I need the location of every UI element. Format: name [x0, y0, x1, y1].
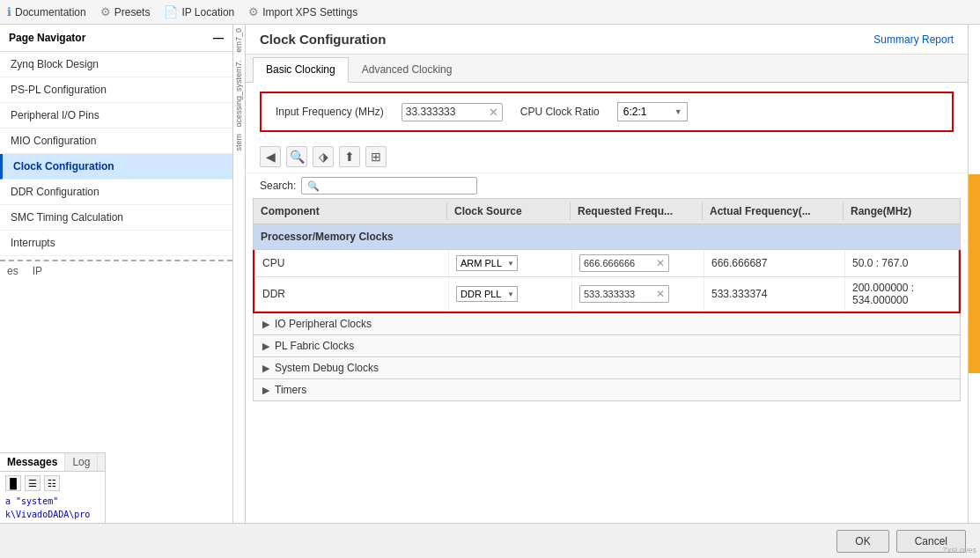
console-tabs: Messages Log: [0, 453, 105, 472]
section-pl-fabric[interactable]: ▶ PL Fabric Clocks: [253, 335, 961, 357]
input-freq-field[interactable]: [406, 106, 485, 118]
back-button[interactable]: ◀: [260, 146, 281, 167]
ddr-clock-source-select[interactable]: DDR PLL ARM PLL: [456, 286, 518, 302]
content-title: Clock Configuration: [260, 32, 386, 47]
ddr-requested-freq-clear[interactable]: ✕: [656, 288, 665, 300]
ddr-requested-freq-wrap: ✕: [579, 285, 669, 303]
toolbar-documentation[interactable]: ℹ Documentation: [7, 5, 86, 18]
system-debug-expand-arrow: ▶: [262, 363, 269, 374]
watermark: ZxsLoves: [942, 546, 976, 554]
console-tab-messages[interactable]: Messages: [0, 453, 65, 471]
table-header: Component Clock Source Requested Frequ..…: [253, 198, 961, 224]
sidebar-bottom: es IP: [0, 260, 232, 281]
search-row: Search: 🔍: [246, 173, 968, 198]
filter-button[interactable]: ⬗: [313, 146, 334, 167]
top-toolbar: ℹ Documentation ⚙ Presets 📄 IP Location …: [0, 0, 980, 25]
io-peripheral-label: IO Peripheral Clocks: [275, 318, 372, 330]
edge-text-stem: stem: [233, 130, 245, 155]
console-tab-log[interactable]: Log: [65, 453, 98, 471]
td-cpu-component: CPU: [255, 250, 449, 276]
right-stripe: [968, 25, 980, 523]
console-icon-pause[interactable]: ▐▌: [5, 475, 21, 491]
sidebar-title: Page Navigator: [9, 32, 85, 44]
section-processor-memory-label: Processor/Memory Clocks: [254, 228, 960, 246]
sidebar-item-smc-label: SMC Timing Calculation: [11, 211, 123, 224]
search-input[interactable]: [323, 180, 464, 192]
console-text-2: k\VivadoDADA\pro: [0, 508, 105, 521]
toolbar-presets-label: Presets: [114, 6, 151, 18]
edge-text-em7: em7_0: [233, 25, 245, 56]
td-cpu-clock-source: ARM PLL DDR PLL: [449, 250, 572, 276]
content-area: Clock Configuration Summary Report Basic…: [246, 25, 968, 523]
ddr-source-select-wrap: DDR PLL ARM PLL: [456, 286, 518, 302]
sidebar-item-ps-pl-label: PS-PL Configuration: [11, 84, 107, 96]
sidebar-item-clock-config[interactable]: Clock Configuration: [0, 154, 232, 180]
tabs-bar: Basic Clocking Advanced Clocking: [246, 55, 968, 83]
tab-basic-clocking-label: Basic Clocking: [266, 63, 335, 76]
bottom-bar: OK Cancel ZxsLoves: [0, 523, 980, 558]
io-peripheral-expand-arrow: ▶: [262, 319, 269, 330]
sidebar-item-zynq-block[interactable]: Zynq Block Design: [0, 52, 232, 77]
tab-basic-clocking[interactable]: Basic Clocking: [253, 57, 349, 83]
pl-fabric-expand-arrow: ▶: [262, 341, 269, 352]
section-timers[interactable]: ▶ Timers: [253, 379, 961, 401]
console-icons: ▐▌ ☰ ☷: [0, 472, 105, 495]
console-icon-list[interactable]: ☰: [25, 475, 41, 491]
icon-toolbar: ◀ 🔍 ⬗ ⬆ ⊞: [246, 141, 968, 173]
input-freq-wrap: ✕: [402, 103, 503, 121]
th-range: Range(MHz): [844, 202, 960, 220]
input-freq-clear-icon[interactable]: ✕: [489, 106, 498, 119]
clock-table: Component Clock Source Requested Frequ..…: [253, 198, 961, 523]
td-cpu-range: 50.0 : 767.0: [845, 250, 958, 276]
layout-button[interactable]: ⊞: [365, 146, 387, 167]
timers-label: Timers: [275, 384, 306, 396]
sidebar-bottom-label-es: es: [7, 265, 18, 277]
system-debug-label: System Debug Clocks: [275, 362, 379, 374]
sidebar-item-mio-label: MIO Configuration: [11, 135, 96, 147]
search-label: Search:: [260, 180, 296, 192]
cpu-requested-freq-wrap: ✕: [579, 254, 669, 272]
cpu-source-select-wrap: ARM PLL DDR PLL: [456, 255, 518, 271]
cpu-requested-freq-input[interactable]: [584, 258, 654, 268]
toolbar-documentation-label: Documentation: [15, 6, 86, 18]
expand-button[interactable]: ⬆: [339, 146, 360, 167]
tab-advanced-clocking[interactable]: Advanced Clocking: [349, 57, 466, 82]
cpu-ratio-select-wrap: 6:2:1 4:2:1 2:2:1: [617, 102, 688, 121]
toolbar-presets[interactable]: ⚙ Presets: [100, 5, 151, 18]
sidebar-item-peripheral-io-label: Peripheral I/O Pins: [11, 109, 99, 121]
sidebar-item-mio[interactable]: MIO Configuration: [0, 128, 232, 154]
input-freq-label: Input Frequency (MHz): [276, 106, 384, 118]
sidebar-item-interrupts[interactable]: Interrupts: [0, 231, 232, 256]
sidebar-header: Page Navigator —: [0, 25, 232, 52]
cpu-ratio-select[interactable]: 6:2:1 4:2:1 2:2:1: [617, 102, 688, 121]
cpu-requested-freq-clear[interactable]: ✕: [656, 257, 665, 269]
toolbar-import-xps[interactable]: ⚙ Import XPS Settings: [248, 5, 357, 18]
main-layout: Page Navigator — Zynq Block Design PS-PL…: [0, 25, 980, 523]
toolbar-ip-location[interactable]: 📄 IP Location: [164, 5, 234, 18]
td-cpu-actual-freq: 666.666687: [704, 250, 845, 276]
sidebar-item-peripheral-io[interactable]: Peripheral I/O Pins: [0, 103, 232, 128]
th-clock-source: Clock Source: [447, 202, 571, 220]
sidebar-item-ps-pl[interactable]: PS-PL Configuration: [0, 77, 232, 103]
sidebar-item-smc[interactable]: SMC Timing Calculation: [0, 205, 232, 231]
td-ddr-actual-freq: 533.333374: [704, 277, 845, 311]
content-header: Clock Configuration Summary Report: [246, 25, 968, 55]
section-system-debug[interactable]: ▶ System Debug Clocks: [253, 357, 961, 379]
summary-report-link[interactable]: Summary Report: [873, 33, 954, 46]
sidebar-item-zynq-block-label: Zynq Block Design: [11, 58, 99, 70]
sidebar-item-ddr[interactable]: DDR Configuration: [0, 180, 232, 205]
search-button[interactable]: 🔍: [286, 146, 307, 167]
sidebar: Page Navigator — Zynq Block Design PS-PL…: [0, 25, 233, 523]
section-io-peripheral[interactable]: ▶ IO Peripheral Clocks: [253, 313, 961, 335]
cpu-clock-source-select[interactable]: ARM PLL DDR PLL: [456, 255, 518, 271]
ok-button[interactable]: OK: [836, 530, 888, 553]
cpu-ratio-label: CPU Clock Ratio: [520, 106, 600, 118]
sidebar-collapse-icon[interactable]: —: [213, 32, 224, 44]
console-icon-grid[interactable]: ☷: [44, 475, 60, 491]
gear-icon-presets: ⚙: [100, 5, 111, 18]
sidebar-item-ddr-label: DDR Configuration: [11, 186, 99, 198]
ddr-requested-freq-input[interactable]: [584, 289, 654, 299]
left-edge-strip: em7_0 ocessing_system7. stem: [233, 25, 246, 523]
search-input-wrap: 🔍: [301, 177, 477, 195]
td-ddr-range: 200.000000 : 534.000000: [845, 277, 958, 311]
